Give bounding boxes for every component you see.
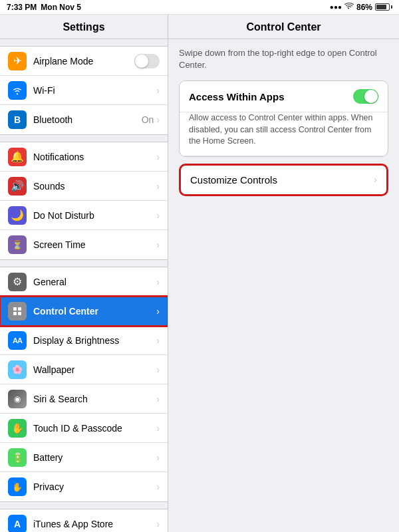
- touch-id-chevron: ›: [156, 423, 160, 434]
- touch-id-label: Touch ID & Passcode: [33, 423, 156, 434]
- bluetooth-value: On: [142, 114, 154, 125]
- siri-search-chevron: ›: [156, 394, 160, 404]
- siri-search-icon: ◉: [8, 390, 27, 408]
- privacy-label: Privacy: [33, 481, 156, 492]
- airplane-mode-toggle-knob: [135, 55, 148, 68]
- sidebar-title: Settings: [0, 15, 168, 39]
- general-chevron: ›: [156, 277, 160, 287]
- battery-percentage: 86%: [356, 3, 372, 12]
- bluetooth-label: Bluetooth: [33, 114, 142, 125]
- screen-time-label: Screen Time: [33, 239, 156, 250]
- sidebar-item-airplane-mode[interactable]: ✈ Airplane Mode: [0, 47, 168, 76]
- settings-group-system3: A iTunes & App Store ›: [0, 509, 168, 532]
- status-bar: 7:33 PM Mon Nov 5 ●●● 86%: [0, 0, 399, 15]
- customize-controls-chevron: ›: [374, 174, 377, 185]
- access-within-apps-toggle[interactable]: [353, 89, 378, 104]
- time-display: 7:33 PM: [7, 3, 37, 12]
- wifi-icon: [344, 2, 354, 12]
- wallpaper-chevron: ›: [156, 364, 160, 375]
- sidebar-item-itunes[interactable]: A iTunes & App Store ›: [0, 509, 168, 532]
- wifi-settings-icon: [8, 81, 27, 100]
- sidebar-item-screen-time[interactable]: ⏳ Screen Time ›: [0, 230, 168, 259]
- privacy-icon: ✋: [8, 477, 27, 496]
- date-display: Mon Nov 5: [41, 3, 81, 12]
- sidebar-item-control-center[interactable]: Control Center ›: [0, 297, 168, 326]
- right-panel-title: Control Center: [168, 15, 399, 39]
- settings-group-connectivity: ✈ Airplane Mode Wi-Fi ›: [0, 46, 168, 135]
- sidebar-item-display-brightness[interactable]: AA Display & Brightness ›: [0, 326, 168, 355]
- sidebar-item-general[interactable]: ⚙ General ›: [0, 267, 168, 297]
- general-label: General: [33, 277, 156, 287]
- control-center-chevron: ›: [156, 306, 160, 317]
- sidebar-item-wifi[interactable]: Wi-Fi ›: [0, 76, 168, 105]
- sidebar: Settings ✈ Airplane Mode: [0, 15, 168, 532]
- bluetooth-chevron: ›: [156, 114, 160, 125]
- control-center-label: Control Center: [33, 306, 156, 317]
- itunes-icon: A: [8, 515, 27, 532]
- screen-time-icon: ⏳: [8, 235, 27, 254]
- right-panel: Control Center Swipe down from the top-r…: [168, 15, 399, 532]
- main-layout: Settings ✈ Airplane Mode: [0, 15, 399, 532]
- sidebar-item-wallpaper[interactable]: 🌸 Wallpaper ›: [0, 355, 168, 384]
- battery-chevron: ›: [156, 452, 160, 463]
- battery-settings-icon: 🔋: [8, 448, 27, 467]
- touch-id-icon: ✋: [8, 419, 27, 438]
- right-panel-content: Swipe down from the top-right edge to op…: [168, 39, 399, 211]
- screen-time-chevron: ›: [156, 239, 160, 250]
- display-brightness-chevron: ›: [156, 335, 160, 346]
- svg-rect-2: [13, 312, 17, 315]
- display-brightness-icon: AA: [8, 331, 27, 350]
- customize-controls-row[interactable]: Customize Controls ›: [179, 164, 388, 196]
- display-brightness-label: Display & Brightness: [33, 335, 156, 346]
- access-within-apps-group: Access Within Apps Allow access to Contr…: [179, 80, 388, 157]
- notifications-icon: 🔔: [8, 148, 27, 166]
- notifications-chevron: ›: [156, 152, 160, 162]
- access-within-apps-row[interactable]: Access Within Apps: [180, 81, 388, 112]
- svg-rect-1: [18, 307, 21, 311]
- general-icon: ⚙: [8, 273, 27, 291]
- access-within-apps-description: Allow access to Control Center within ap…: [180, 112, 388, 156]
- sidebar-item-touch-id[interactable]: ✋ Touch ID & Passcode ›: [0, 414, 168, 443]
- sidebar-item-sounds[interactable]: 🔊 Sounds ›: [0, 172, 168, 201]
- wallpaper-label: Wallpaper: [33, 364, 156, 375]
- airplane-mode-label: Airplane Mode: [33, 56, 134, 66]
- privacy-chevron: ›: [156, 481, 160, 492]
- customize-controls-label: Customize Controls: [190, 174, 374, 186]
- control-center-icon: [8, 302, 27, 321]
- access-within-apps-toggle-knob: [364, 90, 378, 103]
- svg-rect-0: [13, 307, 17, 311]
- access-within-apps-label: Access Within Apps: [189, 91, 353, 102]
- wallpaper-icon: 🌸: [8, 360, 27, 379]
- itunes-label: iTunes & App Store: [33, 519, 156, 529]
- do-not-disturb-chevron: ›: [156, 210, 160, 221]
- svg-rect-3: [18, 312, 21, 315]
- bluetooth-icon: B: [8, 110, 27, 129]
- sounds-chevron: ›: [156, 181, 160, 192]
- battery-icon: [375, 3, 392, 11]
- airplane-mode-toggle[interactable]: [134, 54, 160, 68]
- sidebar-item-notifications[interactable]: 🔔 Notifications ›: [0, 142, 168, 172]
- sidebar-item-battery[interactable]: 🔋 Battery ›: [0, 443, 168, 472]
- battery-label: Battery: [33, 452, 156, 463]
- signal-icon: ●●●: [330, 3, 342, 11]
- do-not-disturb-icon: 🌙: [8, 206, 27, 225]
- wifi-label: Wi-Fi: [33, 85, 156, 96]
- swipe-description: Swipe down from the top-right edge to op…: [179, 47, 388, 71]
- sounds-label: Sounds: [33, 181, 156, 192]
- do-not-disturb-label: Do Not Disturb: [33, 210, 156, 221]
- sidebar-item-siri-search[interactable]: ◉ Siri & Search ›: [0, 384, 168, 414]
- wifi-chevron: ›: [156, 85, 160, 96]
- sidebar-item-privacy[interactable]: ✋ Privacy ›: [0, 472, 168, 501]
- notifications-label: Notifications: [33, 152, 156, 162]
- sounds-icon: 🔊: [8, 177, 27, 196]
- siri-search-label: Siri & Search: [33, 394, 156, 404]
- itunes-chevron: ›: [156, 519, 160, 529]
- airplane-mode-icon: ✈: [8, 52, 27, 70]
- sidebar-item-bluetooth[interactable]: B Bluetooth On ›: [0, 105, 168, 134]
- sidebar-item-do-not-disturb[interactable]: 🌙 Do Not Disturb ›: [0, 201, 168, 230]
- settings-group-system2: ⚙ General › Control Center › AA: [0, 267, 168, 502]
- settings-group-system1: 🔔 Notifications › 🔊 Sounds › 🌙 Do Not Di…: [0, 142, 168, 260]
